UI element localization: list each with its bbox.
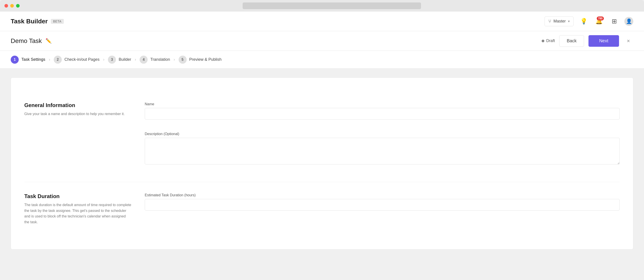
notification-badge: 780 — [597, 16, 604, 20]
close-button[interactable]: × — [624, 36, 633, 46]
branch-name: Master — [554, 19, 566, 24]
duration-label: Estimated Task Duration (hours) — [145, 193, 620, 197]
step-1-circle: 1 — [11, 56, 19, 64]
step-5-label: Preview & Publish — [189, 57, 222, 62]
app-window: Task Builder BETA ⑂ Master ▾ 💡 🔔 780 ⊞ 👤 — [0, 0, 644, 280]
task-duration-right: Estimated Task Duration (hours) — [145, 193, 620, 225]
task-duration-section: Task Duration The task duration is the d… — [24, 182, 620, 236]
app-title-area: Task Builder BETA — [11, 18, 64, 25]
general-info-left: General Information Give your task a nam… — [24, 102, 131, 171]
edit-icon[interactable]: ✏️ — [46, 38, 52, 44]
branch-selector[interactable]: ⑂ Master ▾ — [544, 16, 574, 26]
lightbulb-button[interactable]: 💡 — [579, 16, 589, 26]
task-duration-left: Task Duration The task duration is the d… — [24, 193, 131, 225]
branch-icon: ⑂ — [548, 18, 551, 24]
task-title: Demo Task — [11, 37, 42, 44]
duration-field-group: Estimated Task Duration (hours) — [145, 193, 620, 218]
notification-button[interactable]: 🔔 780 — [594, 16, 604, 26]
task-header-right: Draft Back Next × — [542, 35, 633, 47]
description-label: Description (Optional) — [145, 132, 620, 136]
chevron-1-icon: › — [49, 57, 50, 62]
draft-dot — [542, 40, 544, 42]
chevron-2-icon: › — [103, 57, 104, 62]
step-3[interactable]: 3 Builder — [108, 56, 131, 64]
lightbulb-icon: 💡 — [580, 18, 587, 25]
main-content: General Information Give your task a nam… — [0, 69, 644, 280]
task-duration-desc: The task duration is the default amount … — [24, 202, 131, 225]
grid-icon: ⊞ — [612, 17, 617, 25]
step-2[interactable]: 2 Check-in/out Pages — [54, 56, 100, 64]
apps-button[interactable]: ⊞ — [609, 16, 619, 26]
back-button[interactable]: Back — [559, 35, 584, 47]
step-4-label: Translation — [150, 57, 170, 62]
step-4-circle: 4 — [140, 56, 148, 64]
name-field-group: Name — [145, 102, 620, 127]
step-5-circle: 5 — [178, 56, 187, 64]
general-info-right: Name Description (Optional) — [145, 102, 620, 171]
url-bar[interactable] — [242, 2, 421, 9]
chevron-3-icon: › — [135, 57, 136, 62]
beta-badge: BETA — [51, 19, 64, 24]
chevron-4-icon: › — [174, 57, 175, 62]
close-traffic-light[interactable] — [4, 4, 8, 7]
name-label: Name — [145, 102, 620, 106]
general-info-section: General Information Give your task a nam… — [24, 91, 620, 182]
description-field-group: Description (Optional) — [145, 132, 620, 165]
header-right: ⑂ Master ▾ 💡 🔔 780 ⊞ 👤 — [544, 16, 633, 26]
step-4[interactable]: 4 Translation — [140, 56, 170, 64]
step-1-label: Task Settings — [22, 57, 45, 62]
task-duration-title: Task Duration — [24, 193, 131, 199]
step-5[interactable]: 5 Preview & Publish — [178, 56, 222, 64]
draft-indicator: Draft — [542, 38, 555, 43]
draft-label: Draft — [546, 38, 555, 43]
content-card: General Information Give your task a nam… — [11, 77, 633, 250]
minimize-traffic-light[interactable] — [10, 4, 14, 7]
step-1[interactable]: 1 Task Settings — [11, 56, 45, 64]
app-header: Task Builder BETA ⑂ Master ▾ 💡 🔔 780 ⊞ 👤 — [0, 11, 644, 31]
user-avatar[interactable]: 👤 — [624, 17, 633, 26]
description-textarea[interactable] — [145, 138, 620, 164]
branch-chevron-icon: ▾ — [568, 19, 570, 23]
title-bar-center — [24, 2, 640, 9]
step-2-circle: 2 — [54, 56, 62, 64]
step-2-label: Check-in/out Pages — [64, 57, 100, 62]
step-3-label: Builder — [119, 57, 131, 62]
next-button[interactable]: Next — [588, 35, 619, 47]
maximize-traffic-light[interactable] — [16, 4, 20, 7]
duration-input[interactable] — [145, 199, 620, 211]
stepper-bar: 1 Task Settings › 2 Check-in/out Pages ›… — [0, 51, 644, 69]
task-title-area: Demo Task ✏️ — [11, 37, 52, 44]
name-input[interactable] — [145, 108, 620, 120]
app-title-text: Task Builder — [11, 18, 48, 25]
step-3-circle: 3 — [108, 56, 116, 64]
traffic-lights — [4, 4, 20, 7]
general-info-title: General Information — [24, 102, 131, 108]
general-info-desc: Give your task a name and description to… — [24, 111, 131, 117]
task-header: Demo Task ✏️ Draft Back Next × — [0, 31, 644, 51]
title-bar — [0, 0, 644, 11]
user-icon: 👤 — [626, 18, 632, 24]
